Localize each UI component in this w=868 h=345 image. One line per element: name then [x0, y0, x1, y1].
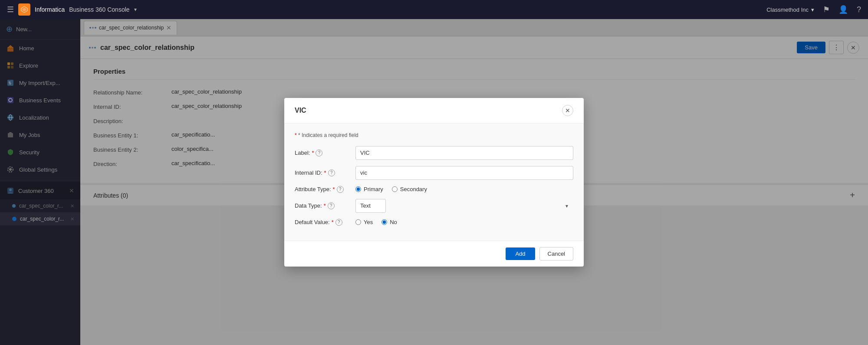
org-dropdown-icon: ▾: [811, 7, 814, 13]
required-star: *: [295, 132, 297, 138]
default-value-field-label: Default Value: * ?: [295, 219, 351, 226]
flag-icon[interactable]: ⚑: [823, 5, 830, 14]
internal-id-required-star: *: [324, 169, 326, 176]
attr-type-help-icon[interactable]: ?: [337, 186, 344, 193]
yes-radio[interactable]: [355, 219, 361, 225]
form-row-internal-id: Internal ID: * ?: [295, 166, 573, 180]
secondary-radio[interactable]: [392, 186, 398, 192]
default-value-text: Default Value:: [295, 219, 330, 225]
modal-header: VIC ✕: [284, 98, 584, 124]
label-text: Label:: [295, 150, 310, 156]
form-row-label: Label: * ?: [295, 146, 573, 160]
primary-radio-option[interactable]: Primary: [355, 186, 383, 192]
label-required-star: *: [312, 150, 314, 156]
header-left: ☰ Informatica Business 360 Console ▾: [7, 3, 137, 16]
header-right: Classmethod Inc ▾ ⚑ 👤 ?: [766, 5, 861, 14]
no-radio[interactable]: [381, 219, 387, 225]
secondary-radio-option[interactable]: Secondary: [392, 186, 427, 192]
brand-logo: [18, 3, 30, 16]
layout: ⊕ New... Home: [0, 19, 868, 345]
add-button[interactable]: Add: [506, 247, 535, 260]
help-icon[interactable]: ?: [857, 5, 861, 14]
attr-type-radio-group: Primary Secondary: [355, 186, 427, 192]
internal-id-field-label: Internal ID: * ?: [295, 169, 351, 176]
yes-radio-option[interactable]: Yes: [355, 219, 373, 225]
user-icon[interactable]: 👤: [838, 5, 848, 14]
label-help-icon[interactable]: ?: [316, 150, 322, 156]
modal-close-button[interactable]: ✕: [562, 105, 573, 116]
internal-id-input[interactable]: [355, 166, 573, 180]
modal-title: VIC: [295, 107, 306, 114]
main-content: car_spec_color_relationship ✕ car_spec_c…: [80, 19, 868, 345]
required-text: * Indicates a required field: [298, 132, 358, 138]
no-label: No: [390, 219, 397, 225]
app-name: Business 360 Console: [69, 6, 129, 13]
yes-label: Yes: [364, 219, 373, 225]
attr-type-text: Attribute Type:: [295, 186, 331, 192]
modal-body: * * Indicates a required field Label: * …: [284, 124, 584, 241]
primary-radio[interactable]: [355, 186, 361, 192]
default-value-help-icon[interactable]: ?: [335, 219, 342, 226]
data-type-field-label: Data Type: * ?: [295, 202, 351, 209]
data-type-select[interactable]: Text Number Date Boolean: [355, 199, 386, 213]
no-radio-option[interactable]: No: [381, 219, 397, 225]
primary-label: Primary: [364, 186, 383, 192]
attr-type-field-label: Attribute Type: * ?: [295, 186, 351, 193]
default-value-radio-group: Yes No: [355, 219, 397, 225]
hamburger-icon[interactable]: ☰: [7, 5, 14, 14]
internal-id-help-icon[interactable]: ?: [328, 169, 335, 176]
org-name: Classmethod Inc: [766, 7, 809, 13]
form-row-data-type: Data Type: * ? Text Number Date Boolean: [295, 199, 573, 213]
label-field-label: Label: * ?: [295, 150, 351, 156]
data-type-text: Data Type:: [295, 202, 322, 209]
cancel-button[interactable]: Cancel: [539, 247, 573, 260]
data-type-help-icon[interactable]: ?: [328, 202, 335, 209]
modal-overlay: VIC ✕ * * Indicates a required field Lab…: [80, 19, 868, 345]
modal-footer: Add Cancel: [284, 241, 584, 267]
attr-type-required-star: *: [333, 186, 335, 192]
secondary-label: Secondary: [400, 186, 427, 192]
label-input[interactable]: [355, 146, 573, 160]
modal-dialog: VIC ✕ * * Indicates a required field Lab…: [284, 98, 584, 267]
form-row-default-value: Default Value: * ? Yes No: [295, 219, 573, 226]
default-value-required-star: *: [332, 219, 334, 225]
org-selector[interactable]: Classmethod Inc ▾: [766, 7, 814, 13]
data-type-required-star: *: [324, 202, 326, 209]
top-header: ☰ Informatica Business 360 Console ▾ Cla…: [0, 0, 868, 19]
internal-id-text: Internal ID:: [295, 169, 322, 176]
brand-name: Informatica: [35, 6, 65, 13]
form-row-attr-type: Attribute Type: * ? Primary Seconda: [295, 186, 573, 193]
header-dropdown-icon[interactable]: ▾: [134, 7, 137, 13]
data-type-select-wrapper: Text Number Date Boolean: [355, 199, 573, 213]
required-note: * * Indicates a required field: [295, 132, 573, 138]
